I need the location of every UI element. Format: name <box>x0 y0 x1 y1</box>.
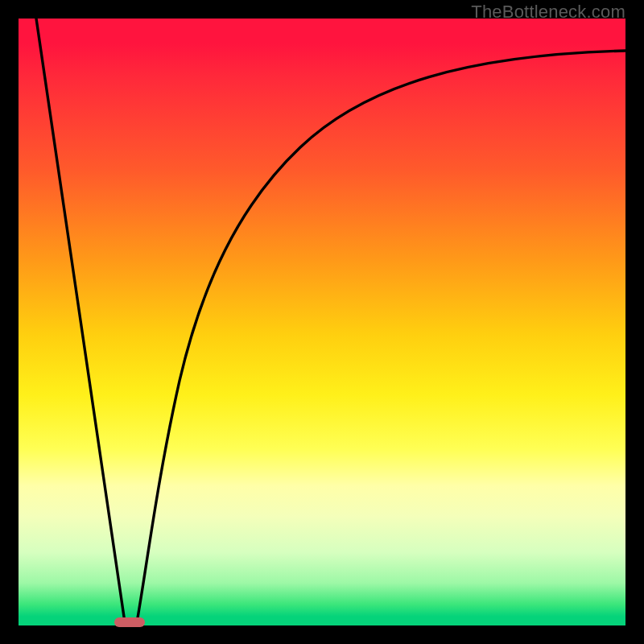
chart-frame: TheBottleneck.com <box>0 0 644 644</box>
left-descending-line <box>36 19 125 622</box>
watermark-text: TheBottleneck.com <box>471 2 625 23</box>
chart-lines <box>19 19 625 625</box>
right-rising-curve <box>137 51 625 622</box>
bottleneck-marker <box>114 617 145 627</box>
chart-plot-area <box>19 19 625 625</box>
